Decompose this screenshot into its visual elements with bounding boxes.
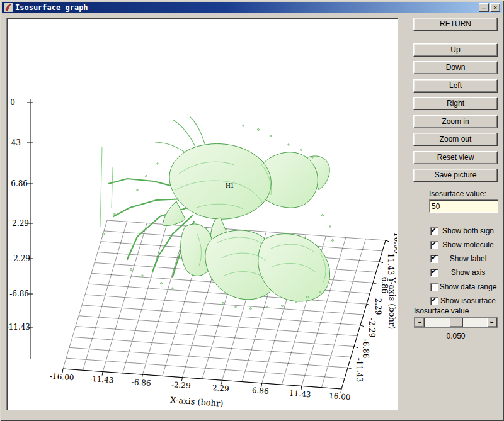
slider-value: 0.050: [414, 332, 498, 340]
checkbox-show-isosurface[interactable]: ✔ Show isosurface: [430, 296, 498, 306]
svg-text:-6.86: -6.86: [361, 339, 370, 359]
minimize-button-icon[interactable]: —: [479, 3, 489, 12]
right-button[interactable]: Right: [413, 97, 498, 110]
checkbox-label: Show axis: [438, 268, 498, 277]
slider-right-arrow-icon[interactable]: ►: [487, 318, 497, 327]
isosurface-value-label: Isosurface value:: [429, 189, 486, 198]
svg-text:-16.00: -16.00: [50, 372, 74, 383]
atom-label-h1: H1: [226, 182, 234, 189]
checkbox-label: Show data range: [438, 283, 498, 291]
checkbox-show-label[interactable]: ✔ Show label: [430, 254, 498, 264]
svg-text:11.43: 11.43: [289, 389, 311, 399]
left-button[interactable]: Left: [413, 79, 498, 93]
checkbox-box[interactable]: ✔: [430, 255, 438, 263]
svg-text:-6.86: -6.86: [131, 378, 151, 388]
lobster-rostrum: [163, 201, 185, 226]
checkbox-box[interactable]: ✔: [430, 227, 438, 235]
svg-text:-11.43: -11.43: [355, 358, 364, 382]
isosurface-body: [163, 144, 330, 301]
slider-thumb[interactable]: [450, 318, 463, 327]
checkbox-show-both-sign[interactable]: ✔ Show both sign: [430, 226, 498, 236]
titlebar[interactable]: Isosurface graph — ✕: [2, 2, 502, 13]
svg-text:16.00: 16.00: [329, 391, 351, 401]
x-axis: -16.00 -11.43 -6.86 -2.29 2.29 6.86 11.4…: [50, 369, 351, 408]
checkbox-show-molecule[interactable]: ✔ Show molecule: [430, 240, 498, 250]
save-picture-button[interactable]: Save picture: [413, 169, 498, 182]
svg-text:-11.43: -11.43: [89, 374, 114, 385]
isosurface-value-input[interactable]: [429, 199, 498, 213]
z-axis: [27, 99, 33, 359]
zoom-out-button[interactable]: Zoom out: [413, 133, 498, 146]
check-icon: ✔: [431, 267, 437, 276]
slider-left-arrow-icon[interactable]: ◄: [415, 318, 425, 327]
reset-view-button[interactable]: Reset view: [413, 151, 498, 164]
down-button[interactable]: Down: [413, 61, 498, 74]
plot-area[interactable]: 0 43 6.86 2.29 -2.29 -6.86 -11.43 -16.00…: [6, 18, 398, 410]
checkbox-box[interactable]: ✔: [430, 269, 438, 277]
check-icon: ✔: [431, 296, 437, 304]
svg-text:2.29: 2.29: [212, 383, 229, 393]
slider-section-label: Isosurface value: [414, 306, 469, 315]
check-icon: ✔: [431, 240, 437, 248]
svg-text:43: 43: [11, 138, 21, 147]
z-axis-labels: 0 43 6.86 2.29 -2.29 -6.86 -11.43: [8, 98, 30, 332]
checkbox-label: Show label: [438, 254, 498, 263]
svg-text:6.86: 6.86: [251, 386, 269, 396]
zoom-in-button[interactable]: Zoom in: [413, 115, 498, 128]
checkbox-show-data-range[interactable]: Show data range: [430, 282, 498, 292]
isosurface-artifacts: [100, 147, 113, 227]
svg-text:11.43: 11.43: [386, 254, 395, 275]
svg-text:2.29: 2.29: [12, 219, 29, 228]
checkbox-label: Show isosurface: [438, 296, 498, 305]
up-button[interactable]: Up: [413, 43, 498, 57]
svg-text:X-axis (bohr): X-axis (bohr): [170, 395, 224, 408]
checkbox-show-axis[interactable]: ✔ Show axis: [430, 267, 498, 278]
svg-text:-2.29: -2.29: [11, 254, 30, 263]
svg-text:-2.29: -2.29: [367, 318, 376, 338]
isosurface-graph-window: Isosurface graph — ✕: [0, 0, 504, 421]
svg-text:6.86: 6.86: [380, 277, 389, 294]
checkbox-label: Show both sign: [438, 227, 498, 235]
check-icon: ✔: [431, 254, 437, 262]
app-icon: [4, 3, 13, 12]
return-button[interactable]: RETURN: [413, 18, 498, 31]
isosurface-slider[interactable]: ◄ ►: [414, 317, 498, 328]
svg-text:6.86: 6.86: [11, 179, 28, 188]
window-title: Isosurface graph: [15, 3, 478, 12]
y-axis: -11.43 -6.86 -2.29 2.29 6.86 11.43 16.00…: [341, 232, 397, 389]
checkbox-box[interactable]: ✔: [430, 241, 438, 249]
svg-text:16.00: 16.00: [392, 232, 397, 254]
isosurface-3d-plot[interactable]: 0 43 6.86 2.29 -2.29 -6.86 -11.43 -16.00…: [8, 19, 397, 409]
close-button-icon[interactable]: ✕: [490, 3, 500, 12]
svg-text:2.29: 2.29: [374, 298, 382, 315]
checkbox-label: Show molecule: [438, 240, 498, 249]
lobster-carapace: [169, 144, 271, 220]
checkbox-box[interactable]: [430, 283, 438, 291]
svg-text:-11.43: -11.43: [8, 323, 30, 332]
svg-text:0: 0: [10, 98, 15, 107]
svg-text:-6.86: -6.86: [9, 289, 29, 298]
checkbox-box[interactable]: ✔: [430, 297, 438, 305]
check-icon: ✔: [431, 226, 437, 234]
svg-text:Y-axis (bohr): Y-axis (bohr): [387, 277, 397, 329]
svg-text:-2.29: -2.29: [171, 380, 191, 390]
